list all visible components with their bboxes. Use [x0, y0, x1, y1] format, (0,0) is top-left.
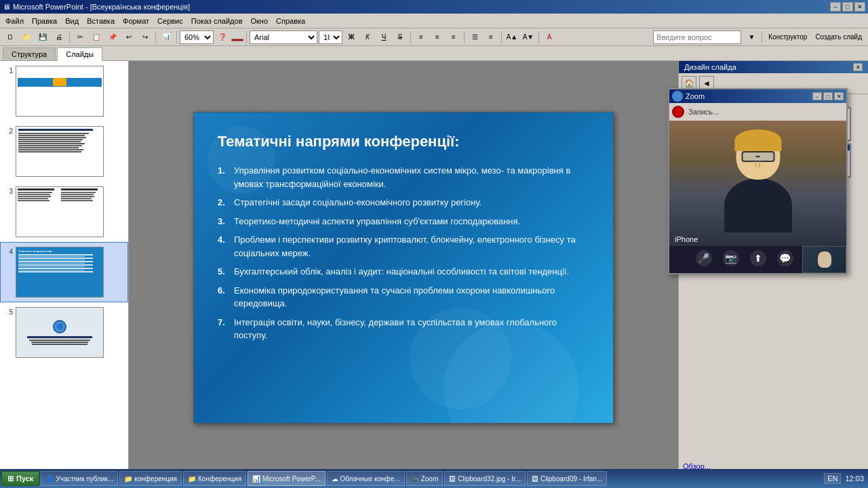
font-color-button[interactable]: A: [542, 30, 557, 45]
slide-thumb-4[interactable]: 4 Тематичні напрями конф...: [0, 242, 128, 302]
open-button[interactable]: 📁: [19, 30, 34, 45]
menu-service[interactable]: Сервис: [153, 16, 187, 26]
slide-panel: 1 2: [0, 61, 129, 474]
slide-list-item: 5. Бухгалтерський облік, аналіз і аудит:…: [218, 265, 589, 279]
cut-button[interactable]: ✂: [73, 30, 87, 45]
taskbar-item-7[interactable]: 🖼 Clipboard32.jpg - Ir...: [444, 471, 526, 486]
zoom-record-button[interactable]: [672, 106, 684, 118]
taskbar-item-2-label: конференция: [134, 475, 177, 483]
taskbar-item-4[interactable]: 📊 Microsoft PowerP...: [248, 471, 325, 486]
slide-num-2: 2: [3, 127, 13, 135]
taskbar-item-8[interactable]: 🖼 Clipboard09 - Irfan...: [527, 471, 607, 486]
taskbar-item-4-label: Microsoft PowerP...: [262, 475, 320, 483]
slide-list-item: 4. Проблеми і перспективи розвитку крипт…: [218, 233, 589, 260]
zoom-min-button[interactable]: –: [812, 92, 822, 100]
design-panel-title: Дизайн слайда: [684, 63, 736, 71]
slide-thumb-5[interactable]: 5 🔵: [0, 302, 128, 363]
new-button[interactable]: 🗋: [3, 30, 18, 45]
design-panel-close[interactable]: ✕: [853, 63, 863, 71]
start-button[interactable]: ⊞ Пуск: [1, 471, 39, 486]
design-panel-header: Дизайн слайда ✕: [679, 61, 868, 73]
tab-slides[interactable]: Слайды: [57, 47, 102, 61]
toolbar: 🗋 📁 💾 🖨 ✂ 📋 📌 ↩ ↪ 📊 60% 75% 100% ❓ Arial…: [0, 28, 868, 46]
constructor-button[interactable]: Конструктор: [765, 30, 810, 45]
taskbar-item-5[interactable]: ☁ Облачные конфе...: [327, 471, 405, 486]
zoom-mute-button[interactable]: 🎤: [696, 250, 712, 266]
font-size-select[interactable]: 18 24 36: [319, 30, 342, 44]
undo-button[interactable]: ↩: [121, 30, 136, 45]
menu-help[interactable]: Справка: [272, 16, 309, 26]
slide-num-1: 1: [3, 67, 13, 75]
zoom-share-button[interactable]: ⬆: [750, 250, 766, 266]
person-nose: [755, 161, 761, 168]
taskbar-item-3[interactable]: 📁 Конференция: [183, 471, 246, 486]
align-right-button[interactable]: ≡: [446, 30, 461, 45]
main-slide[interactable]: Тематичні напрями конференції: 1. Управл…: [193, 112, 614, 424]
slide-thumb-2[interactable]: 2: [0, 121, 128, 182]
taskbar-item-6-icon: 📹: [411, 475, 419, 483]
zoom-chat-button[interactable]: 💬: [777, 250, 793, 266]
bold-button[interactable]: Ж: [344, 30, 359, 45]
slide-thumbnail-5: 🔵: [16, 307, 104, 358]
redo-button[interactable]: ↪: [138, 30, 153, 45]
menu-file[interactable]: Файл: [1, 16, 28, 26]
font-select[interactable]: Arial Times New Roman: [250, 30, 317, 44]
menu-format[interactable]: Формат: [119, 16, 153, 26]
slide-thumb-3[interactable]: 3: [0, 182, 128, 242]
zoom-select[interactable]: 60% 75% 100%: [180, 30, 214, 44]
font-size-dec-button[interactable]: A▼: [521, 30, 536, 45]
slide-content: 1. Управління розвитком соціально-економ…: [218, 164, 589, 342]
title-bar: 🖥 Microsoft PowerPoint - [Всеукраїнська …: [0, 0, 868, 14]
window-controls: – □ ✕: [830, 2, 865, 12]
close-button[interactable]: ✕: [854, 2, 865, 12]
tab-structure[interactable]: Структура: [3, 47, 56, 60]
slide-list-item: 2. Стратегічні засади соціально-економіч…: [218, 196, 589, 209]
bg-circle-2: [410, 308, 511, 409]
color-button[interactable]: [231, 39, 243, 41]
align-center-button[interactable]: ≡: [430, 30, 445, 45]
taskbar-item-2[interactable]: 📁 конференция: [119, 471, 182, 486]
taskbar-item-1[interactable]: 👤 Участник публик...: [41, 471, 118, 486]
align-left-button[interactable]: ≡: [414, 30, 429, 45]
taskbar-right: EN 12:03: [824, 473, 867, 484]
italic-button[interactable]: К: [360, 30, 375, 45]
create-slide-button[interactable]: Создать слайд: [812, 30, 865, 45]
windows-icon: ⊞: [7, 474, 14, 483]
minimize-button[interactable]: –: [830, 2, 841, 12]
underline-button[interactable]: Ч: [376, 30, 391, 45]
zoom-max-button[interactable]: □: [823, 92, 833, 100]
menu-view[interactable]: Вид: [61, 16, 83, 26]
taskbar-item-6-label: Zoom: [421, 475, 439, 483]
slide-num-5: 5: [3, 308, 13, 316]
expand-search-button[interactable]: ▼: [744, 30, 759, 45]
paste-button[interactable]: 📌: [105, 30, 120, 45]
slide-thumbnail-2: [16, 126, 104, 177]
content-area: Тематичні напрями конференції: 1. Управл…: [129, 61, 678, 474]
slide-thumbnail-4: Тематичні напрями конф...: [16, 247, 104, 298]
bullets-button[interactable]: ☰: [467, 30, 482, 45]
numbered-button[interactable]: ≡: [484, 30, 498, 45]
slide-list-item: 3. Теоретико-методичні аспекти управлінн…: [218, 215, 589, 228]
search-input[interactable]: [653, 30, 741, 44]
menu-insert[interactable]: Вставка: [83, 16, 119, 26]
menu-window[interactable]: Окно: [247, 16, 273, 26]
zoom-video-button[interactable]: 📷: [723, 250, 739, 266]
font-size-inc-button[interactable]: A▲: [505, 30, 519, 45]
chart-button[interactable]: 📊: [159, 30, 174, 45]
strikethrough-button[interactable]: S: [393, 30, 408, 45]
taskbar-item-6[interactable]: 📹 Zoom: [406, 471, 443, 486]
menu-slideshow[interactable]: Показ слайдов: [187, 16, 247, 26]
save-button[interactable]: 💾: [35, 30, 50, 45]
zoom-record-label: Запись...: [688, 108, 719, 116]
slide-thumbnail-1: [16, 66, 104, 117]
print-button[interactable]: 🖨: [52, 30, 66, 45]
zoom-title-bar: Zoom – □ ✕: [669, 89, 846, 103]
maximize-button[interactable]: □: [842, 2, 853, 12]
taskbar-item-3-label: Конференция: [198, 475, 241, 483]
zoom-person-view: [669, 121, 846, 246]
slide-thumb-1[interactable]: 1: [0, 61, 128, 121]
copy-button[interactable]: 📋: [89, 30, 104, 45]
menu-edit[interactable]: Правка: [28, 16, 61, 26]
zoom-close-button[interactable]: ✕: [834, 92, 844, 100]
help-icon-button[interactable]: ❓: [215, 30, 230, 45]
